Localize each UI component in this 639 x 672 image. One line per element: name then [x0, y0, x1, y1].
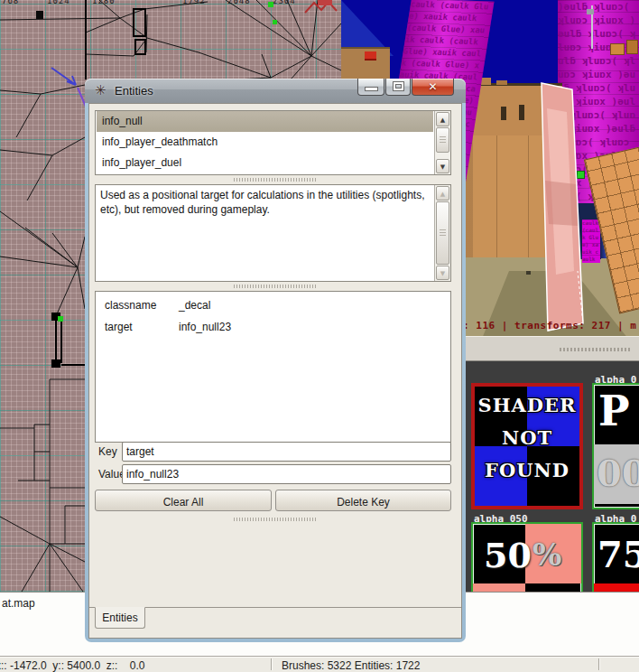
- maximize-button[interactable]: [385, 79, 411, 96]
- scrollbar-thumb[interactable]: [436, 127, 449, 153]
- texture-tile-alpha-0[interactable]: P 00: [592, 383, 639, 509]
- delete-key-button[interactable]: Delete Key: [275, 490, 451, 511]
- radiant-app-icon: ✳: [95, 82, 111, 98]
- scroll-up-icon: ▲: [436, 186, 449, 201]
- scrollbar-thumb[interactable]: [436, 201, 449, 265]
- status-bar: x:: -1472.0 y:: 5400.0 z:: 0.0 Brushes: …: [0, 656, 639, 672]
- property-key: target: [105, 321, 133, 333]
- map-filename: at.map: [2, 597, 35, 610]
- status-divider: [271, 658, 272, 670]
- list-item-selected[interactable]: info_null: [97, 111, 433, 132]
- thumb-grip: [440, 136, 446, 143]
- shader-text-line2: NOT: [475, 426, 579, 449]
- list-item[interactable]: info_player_deathmatch: [97, 132, 433, 153]
- entity-description-box[interactable]: Used as a positional target for calculat…: [95, 184, 451, 282]
- pane-splitter[interactable]: [234, 518, 317, 521]
- scroll-down-icon[interactable]: ▼: [436, 159, 449, 173]
- key-label: Key: [98, 445, 117, 458]
- entities-dialog: ✳ Entities ✕ info_null info_player_death…: [85, 79, 466, 642]
- tile-percent-text: %: [532, 537, 561, 573]
- minimize-button[interactable]: [357, 79, 384, 96]
- list-item[interactable]: info_player_duel: [97, 153, 433, 173]
- notebook-bar: Entities: [89, 607, 461, 639]
- tab-entities[interactable]: Entities: [95, 607, 145, 629]
- thumb-grip: [440, 229, 446, 236]
- dialog-title: Entities: [115, 84, 153, 98]
- property-key: classname: [105, 299, 156, 312]
- shader-text-line3: FOUND: [475, 459, 579, 481]
- shader-text-line1: SHADER: [475, 394, 579, 416]
- status-divider: [598, 658, 599, 670]
- property-table[interactable]: classname _decal target info_null23: [95, 291, 451, 443]
- texture-tile-alpha-050[interactable]: 50 %: [471, 522, 583, 594]
- clear-all-button[interactable]: Clear All: [95, 490, 272, 511]
- pane-splitter[interactable]: [234, 285, 317, 288]
- tile-bottom-text: 00: [597, 452, 639, 494]
- property-value: _decal: [179, 299, 210, 312]
- description-scrollbar[interactable]: ▲ ▼: [434, 185, 450, 281]
- list-scrollbar[interactable]: ▲ ▼: [434, 111, 450, 174]
- editor-screen: 768 1024 1280 1792 2048 2304: [0, 0, 639, 672]
- maximize-icon: [394, 82, 403, 90]
- status-counts: Brushes: 5322 Entities: 1722: [282, 659, 420, 672]
- tile-50-text: 50: [484, 535, 532, 575]
- property-value: info_null23: [179, 321, 231, 333]
- tile-top-text: P: [598, 387, 630, 435]
- key-input[interactable]: [122, 442, 451, 462]
- status-coordinates: x:: -1472.0 y:: 5400.0 z:: 0.0: [0, 659, 144, 672]
- pane-splitter[interactable]: [234, 178, 317, 182]
- texture-tile-shader-not-found[interactable]: SHADER NOT FOUND: [471, 383, 583, 509]
- close-icon: ✕: [412, 80, 453, 93]
- minimize-icon: [366, 88, 377, 90]
- dialog-client-area: info_null info_player_deathmatch info_pl…: [88, 103, 462, 639]
- render-stats-text: s: 116 | transforms: 217 | m: [457, 320, 636, 331]
- entity-class-list[interactable]: info_null info_player_deathmatch info_pl…: [95, 110, 451, 175]
- tile-bottom-half: 00: [594, 444, 639, 504]
- scroll-down-icon: ▼: [436, 266, 449, 280]
- texture-browser[interactable]: alpha_0 SHADER NOT FOUND P 00 alpha_050 …: [456, 361, 639, 594]
- close-button[interactable]: ✕: [412, 79, 454, 96]
- scroll-up-icon[interactable]: ▲: [436, 112, 449, 126]
- dialog-titlebar[interactable]: ✳ Entities ✕: [85, 79, 466, 103]
- entity-description-text: Used as a positional target for calculat…: [100, 188, 427, 217]
- tile-75-text: 75: [597, 533, 639, 575]
- value-input[interactable]: [122, 464, 451, 484]
- texture-tile-alpha-075[interactable]: 75: [592, 522, 639, 594]
